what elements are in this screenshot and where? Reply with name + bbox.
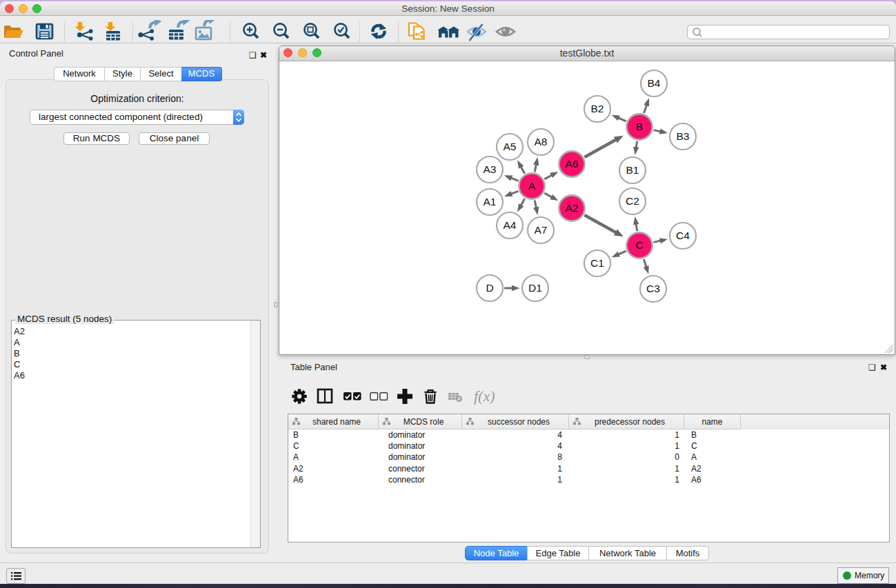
svg-text:C4: C4: [676, 230, 690, 241]
svg-text:A1: A1: [484, 196, 497, 207]
svg-text:D: D: [486, 282, 493, 294]
svg-text:B1: B1: [626, 164, 639, 176]
svg-text:B4: B4: [648, 77, 661, 89]
svg-text:A4: A4: [504, 219, 517, 231]
svg-text:C2: C2: [626, 195, 639, 207]
svg-text:A5: A5: [504, 141, 517, 152]
svg-text:f(x): f(x): [474, 387, 495, 405]
svg-text:A8: A8: [535, 136, 548, 148]
svg-text:A7: A7: [535, 224, 548, 236]
svg-text:B3: B3: [677, 130, 690, 142]
svg-text:Memory: Memory: [855, 571, 884, 580]
svg-text:D1: D1: [528, 282, 542, 294]
svg-text:B2: B2: [591, 103, 604, 114]
svg-text:C1: C1: [590, 257, 604, 269]
svg-text:A: A: [528, 180, 536, 192]
svg-text:C3: C3: [646, 283, 660, 294]
svg-text:C: C: [635, 239, 643, 251]
svg-text:A6: A6: [566, 158, 579, 170]
svg-text:A3: A3: [484, 163, 497, 175]
svg-text:A2: A2: [566, 202, 579, 214]
svg-text:B: B: [636, 121, 643, 132]
